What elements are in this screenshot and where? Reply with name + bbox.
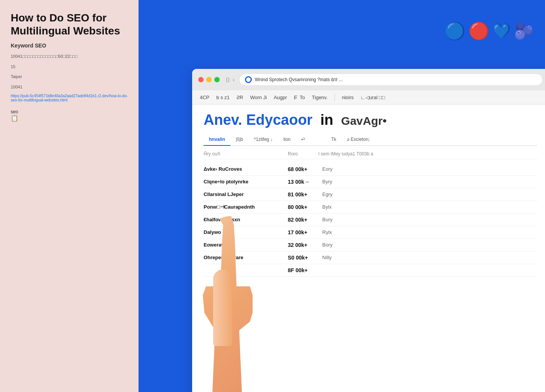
maximize-button[interactable] [214, 77, 220, 82]
browser-chrome: ⟨⟩ › Wnind Sprotech Qvsamroning ?mats α̈… [192, 69, 545, 90]
toolbar-item-sr[interactable]: ƧR [237, 95, 243, 100]
toolbar-item-to[interactable]: F To [294, 94, 305, 101]
table-wrapper: Δvke› RuCroves 68 00k+ Eory Clqne÷lo pto… [204, 163, 537, 277]
row-volume-2: 81 00k+ [288, 191, 322, 198]
row-kd-2: Egry [322, 191, 345, 197]
deco-icon-2: 🔴 [468, 21, 490, 41]
address-text: Wnind Sprotech Qvsamroning ?mats α̈τℓ ..… [255, 77, 343, 82]
heading-part2: in [320, 112, 333, 128]
row-keyword-1: Clqne÷lo ptolynrke [204, 179, 288, 185]
sidebar-url[interactable]: https://pub-5c454f571b8e40a3a2aad27ade84… [11, 94, 128, 102]
browser-toolbar: 4CP b s z1 ƧR Worn Ji Augpr F To Tigenv.… [192, 90, 545, 105]
toolbar-item-worm-ji[interactable]: Worn Ji [250, 95, 267, 100]
deco-icons-row: 🔵 🔴 💙 🫐 [444, 21, 534, 41]
row-kd-5: Rylx [322, 229, 345, 235]
sub-header-col3: l sem lMey iudya1 T003b a [318, 151, 373, 157]
toolbar-item-bsz[interactable]: b s z1 [216, 95, 230, 100]
table-row[interactable]: Eowerave 32 00k+ Bory [204, 239, 537, 252]
sub-header-col1: H̄ry oun̄ [204, 151, 288, 157]
sidebar-meta4: 10041 [11, 84, 128, 90]
toolbar-item-tigenv[interactable]: Tigenv. [312, 95, 328, 100]
row-keyword-4: €halfowigrosxn [204, 217, 288, 222]
table-sub-header: H̄ry oun̄ Roro l sem lMey iudya1 T003b a [204, 149, 537, 159]
sidebar-meta1: 10041□□□□□□□□□□□□□□50□22□□□ [11, 53, 128, 60]
filter-tab-sb[interactable]: |s̄|b [230, 134, 248, 146]
row-keyword-2: Cllarsinal LJeper [204, 191, 288, 197]
row-kd-1: Byry [322, 179, 345, 185]
back-icon[interactable]: ⟨⟩ [226, 77, 230, 83]
forward-icon[interactable]: › [233, 77, 235, 83]
row-keyword-0: Δvke› RuCroves [204, 166, 288, 172]
row-keyword-7: OhrepemsTurare [204, 255, 288, 260]
heading-part3: GavAgr• [341, 114, 387, 127]
table-row[interactable]: OhrepemsTurare S0 00k+ Nilly [204, 252, 537, 264]
row-kd-4: Bury [322, 217, 345, 222]
toolbar-item-nloirs[interactable]: nloirs [342, 95, 354, 100]
sidebar-meta2: 15 [11, 64, 128, 70]
table-row[interactable]: €halfowigrosxn 82 00k+ Bury [204, 214, 537, 226]
sidebar-tag: seo 📋 [11, 109, 128, 122]
toolbar-item-augpr[interactable]: Augpr [274, 95, 287, 100]
row-keyword-6: Eowerave [204, 242, 288, 248]
sidebar-category: Keyword SEO [11, 42, 128, 49]
row-volume-3: 80 00k+ [288, 204, 322, 210]
row-kd-7: Nilly [322, 255, 345, 260]
row-volume-0: 68 00k+ [288, 166, 322, 172]
sidebar-meta3: Taipei [11, 74, 128, 80]
toolbar-item-cp[interactable]: 4CP [200, 95, 209, 100]
browser-window: ⟨⟩ › Wnind Sprotech Qvsamroning ?mats α̈… [192, 69, 545, 392]
toolbar-item-ural[interactable]: ∟◁ural □□ [361, 95, 385, 100]
copy-icon[interactable]: 📋 [11, 115, 18, 121]
table-row[interactable]: Cllarsinal LJeper 81 00k+ Egry [204, 188, 537, 201]
table-row[interactable]: Ponw□⊣Caurapednth 80 00k+ Bylx [204, 201, 537, 214]
row-kd-3: Bylx [322, 204, 345, 210]
deco-icon-1: 🔵 [444, 21, 465, 41]
sidebar-title: How to Do SEO for Multilingual Websites [11, 11, 128, 37]
heading-part1: Anev. Edycaoor [204, 112, 312, 128]
filter-tab-empty[interactable] [310, 136, 326, 143]
sidebar: How to Do SEO for Multilingual Websites … [0, 0, 139, 392]
row-volume-8: 8F 00k+ [288, 267, 322, 273]
main-area: 🔵 🔴 💙 🫐 ⟨⟩ › Wnind Sprotech Qvsamroning … [139, 0, 545, 392]
table-row[interactable]: Δvke› RuCroves 68 00k+ Eory [204, 163, 537, 176]
address-bar[interactable]: Wnind Sprotech Qvsamroning ?mats α̈τℓ ..… [239, 74, 543, 86]
deco-icon-4: 🫐 [514, 22, 534, 41]
traffic-lights [198, 77, 220, 82]
row-kd-0: Eory [322, 166, 345, 172]
toolbar-separator [335, 93, 335, 101]
nav-buttons[interactable]: ⟨⟩ › [226, 77, 235, 83]
browser-content: Anev. Edycaoor in GavAgr• hnvalin |s̄|b … [192, 105, 545, 392]
table-row[interactable]: Dalywo 17 00k+ Rylx [204, 226, 537, 239]
filter-tab-excieton[interactable]: ≥ Excieton; [342, 134, 375, 146]
filter-tab-lion[interactable]: lion [278, 134, 296, 146]
filter-tab-arrow[interactable]: ↩̈ [296, 134, 310, 146]
row-keyword-5: Dalywo [204, 229, 288, 235]
row-volume-4: 82 00k+ [288, 217, 322, 223]
filter-tab-hvalin[interactable]: hnvalin [204, 134, 230, 146]
page-heading: Anev. Edycaoor in GavAgr• [204, 112, 537, 128]
row-kd-6: Bory [322, 242, 345, 248]
row-volume-7: S0 00k+ [288, 255, 322, 261]
row-volume-1: 13 00k→ [288, 179, 322, 185]
close-button[interactable] [198, 77, 204, 82]
row-volume-6: 32 00k+ [288, 242, 322, 248]
sub-header-col2: Roro [288, 151, 318, 157]
row-volume-5: 17 00k+ [288, 229, 322, 235]
table-row[interactable]: Clqne÷lo ptolynrke 13 00k→ Byry [204, 176, 537, 188]
filter-tab-tk[interactable]: Tk [326, 134, 341, 146]
filter-tab-zlifeg[interactable]: ^1zlifeg ↓ [248, 134, 278, 146]
filter-tabs: hnvalin |s̄|b ^1zlifeg ↓ lion ↩̈ Tk ≥ Ex… [204, 134, 537, 146]
row-keyword-3: Ponw□⊣Caurapednth [204, 204, 288, 210]
table-row[interactable]: 8F 00k+ [204, 264, 537, 277]
deco-icon-3: 💙 [493, 23, 511, 39]
minimize-button[interactable] [206, 77, 212, 82]
address-circle-icon [245, 76, 252, 83]
